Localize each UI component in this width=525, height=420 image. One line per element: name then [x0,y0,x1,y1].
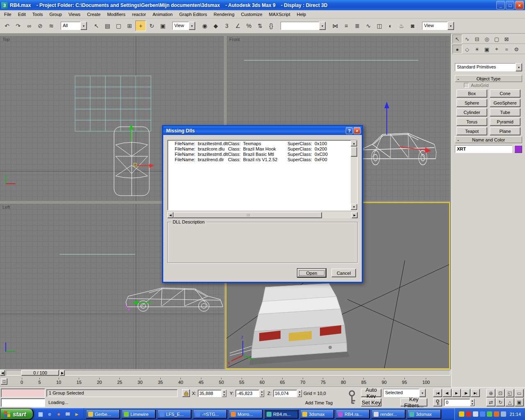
current-frame-field[interactable]: 0 [444,399,470,406]
modify-tab-icon[interactable]: ∿ [462,34,472,43]
menu-item[interactable]: Rendering [210,10,238,18]
select-by-name-icon[interactable]: ▤ [102,21,113,31]
scroll-up-icon[interactable]: ▲ [351,140,357,146]
primitive-button[interactable]: Teapot [457,127,487,135]
time-slider-track[interactable] [6,370,450,376]
x-spinner[interactable] [222,390,226,397]
selection-filter-dropdown[interactable]: All [61,22,87,30]
menu-item[interactable]: Animation [149,10,176,18]
material-editor-icon[interactable]: ◐ [385,21,396,31]
zoom-all-icon[interactable]: ⊡ [496,389,505,397]
percent-snap-icon[interactable]: % [244,21,254,31]
select-and-link-icon[interactable]: ∞ [24,21,34,31]
missing-dll-list[interactable]: FileName: braziltestmtl.dlt Class: Texma… [167,140,358,210]
object-name-field[interactable]: XRT [455,145,512,153]
start-button[interactable]: start [0,408,34,420]
primitive-button[interactable]: Box [457,89,487,98]
dll-list-row[interactable]: FileName: braziltestmtl.dlt Class: Brazi… [168,152,351,157]
time-slider-right-arrow[interactable]: ▶ [60,370,65,376]
primitive-button[interactable]: Pyramid [490,118,520,126]
go-to-start-button[interactable]: |◀ [433,389,442,397]
set-key-button[interactable]: Set Key [361,398,381,406]
next-frame-button[interactable]: |▶ [461,389,470,397]
use-pivot-center-icon[interactable]: ◉ [199,21,210,31]
time-slider-left-arrow[interactable]: ◀ [0,370,5,376]
autogrid-checkbox[interactable] [464,83,469,88]
dll-list-row[interactable]: FileName: braziltestmtl.dlt Class: Texma… [168,141,351,146]
undo-icon[interactable]: ↶ [2,21,12,31]
shapes-category-icon[interactable]: ◇ [462,45,472,54]
show-desktop-icon[interactable]: ▦ [37,411,44,418]
vertical-scrollbar[interactable]: ▲ ▼ [351,140,357,210]
task-3dsmax-folder[interactable]: 3dsmax [300,409,334,419]
edit-named-sets-icon[interactable]: {} [266,21,276,31]
render-setup-icon[interactable]: ♨ [396,21,407,31]
chevron-down-icon[interactable] [319,22,326,30]
launcher-firefox-icon[interactable]: ● [55,411,62,418]
systems-category-icon[interactable]: ⚙ [511,45,521,54]
zoom-extents-icon[interactable]: ◱ [505,389,514,397]
lights-category-icon[interactable]: ☀ [472,45,482,54]
menu-item[interactable]: Views [65,10,84,18]
launcher-ie-icon[interactable]: e [46,411,53,418]
schematic-view-icon[interactable]: ◫ [374,21,385,31]
create-tab-icon[interactable]: ↖ [452,34,462,43]
z-spinner[interactable] [297,390,302,397]
chevron-down-icon[interactable] [189,22,195,30]
menu-item[interactable]: Help [294,10,310,18]
tray-update-icon[interactable] [459,411,464,417]
key-mode-toggle-button[interactable] [433,398,442,406]
add-time-tag[interactable]: Add Time Tag [305,400,333,405]
object-color-swatch[interactable] [514,145,522,153]
task-render[interactable]: render... [371,409,406,419]
bind-to-spacewarp-icon[interactable]: ≋ [46,21,57,31]
coordinate-system-dropdown[interactable]: View [172,22,195,30]
auto-key-button[interactable]: Auto Key [361,389,381,397]
track-bar[interactable]: ◫ 05101520253035404550556065707580859095… [0,377,451,387]
quick-render-icon[interactable]: ◙ [407,21,418,31]
task-lfs[interactable]: LFS_E... [157,409,192,419]
z-coordinate-field[interactable]: 16,074 [273,390,297,397]
selection-lock-icon[interactable] [182,389,190,397]
select-manipulate-icon[interactable]: ◆ [210,21,221,31]
select-rotate-icon[interactable]: ↻ [146,21,157,31]
open-mini-curve-editor-icon[interactable]: ◫ [1,378,7,385]
snaps-toggle-icon[interactable]: 3 [221,21,232,31]
primitive-button[interactable]: Cylinder [457,108,487,116]
primitive-button[interactable]: Plane [490,127,520,135]
key-mode-dropdown[interactable]: Selected [383,389,426,397]
spacewarps-category-icon[interactable]: ≈ [502,45,511,54]
menu-item[interactable]: Graph Editors [176,10,210,18]
task-limewire[interactable]: Limewire [121,409,156,419]
task-rb4-ra[interactable]: RB4.ra... [336,409,370,419]
tray-battery-icon[interactable] [501,411,506,417]
align-icon[interactable]: ≡ [341,21,352,31]
task-rb4-max[interactable]: RB4.m... [264,409,299,419]
angle-snap-icon[interactable]: ∠ [233,21,243,31]
close-button[interactable]: × [515,1,524,9]
maximize-button[interactable]: □ [506,1,514,9]
menu-item[interactable]: Modifiers [104,10,129,18]
primitive-button[interactable]: Cone [490,89,520,98]
task-3dsmax[interactable]: 3dsmax [407,409,441,419]
object-type-rollout[interactable]: - Object Type [455,75,522,82]
y-spinner[interactable] [260,390,264,397]
dialog-titlebar[interactable]: Missing Dlls ? × [163,126,362,135]
rectangular-selection-icon[interactable]: ▢ [113,21,124,31]
tray-network-icon[interactable] [480,411,485,417]
dll-list-row[interactable]: FileName: brazilrend.dlr Class: Brazil r… [168,157,351,162]
curve-editor-icon[interactable]: ∿ [363,21,374,31]
primitive-button[interactable]: Torus [457,118,487,126]
menu-item[interactable]: Customize [238,10,266,18]
menu-item[interactable]: MAXScript [266,10,294,18]
scrollbar-thumb[interactable] [351,147,357,157]
field-of-view-icon[interactable]: △ [505,398,514,406]
arc-rotate-icon[interactable]: ↻ [496,398,505,406]
launcher-mail-icon[interactable]: ✉ [64,411,71,418]
play-button[interactable]: ▶ [452,389,461,397]
open-button[interactable]: Open [297,269,326,277]
scroll-left-icon[interactable]: ◀ [167,212,173,218]
unlink-selection-icon[interactable]: ⊘ [35,21,46,31]
time-slider-thumb[interactable]: 0 / 100 [21,370,59,376]
spinner-snap-icon[interactable]: ⇅ [255,21,265,31]
